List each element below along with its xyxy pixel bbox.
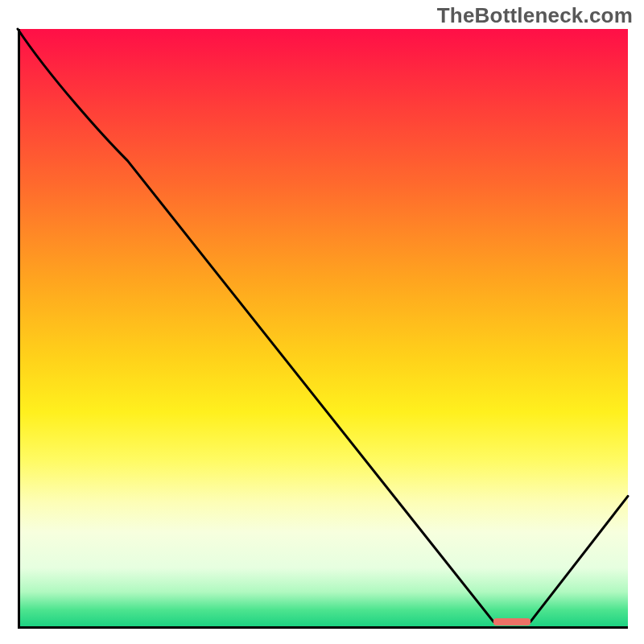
curve-layer xyxy=(18,29,628,628)
y-axis xyxy=(18,29,20,628)
bottleneck-curve xyxy=(18,29,628,622)
x-axis xyxy=(18,626,628,629)
watermark-text: TheBottleneck.com xyxy=(437,3,633,28)
chart-stage: TheBottleneck.com xyxy=(0,0,644,644)
optimal-segment-marker xyxy=(493,619,530,625)
